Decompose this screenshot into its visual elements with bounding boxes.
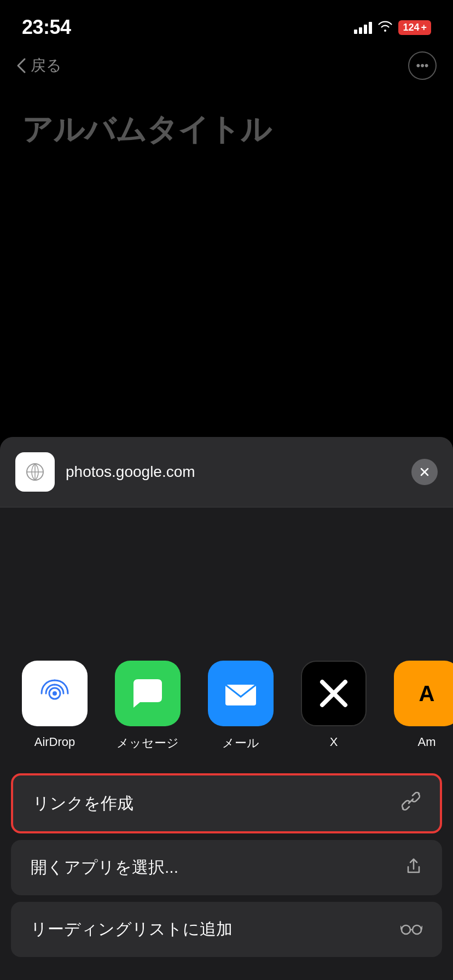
svg-line-13 bbox=[400, 926, 402, 930]
close-button[interactable] bbox=[411, 459, 438, 485]
reading-list-label: リーディングリストに追加 bbox=[31, 918, 233, 941]
messages-label: メッセージ bbox=[117, 735, 179, 751]
app-item-airdrop[interactable]: AirDrop bbox=[16, 661, 93, 751]
status-time: 23:54 bbox=[22, 16, 71, 39]
nav-bar: 戻る ••• bbox=[0, 44, 453, 88]
app-item-messages[interactable]: メッセージ bbox=[109, 661, 186, 751]
amazon-icon: A bbox=[394, 661, 453, 726]
messages-icon bbox=[115, 661, 181, 726]
back-button[interactable]: 戻る bbox=[16, 55, 62, 76]
app-item-mail[interactable]: メール bbox=[202, 661, 279, 751]
svg-point-11 bbox=[413, 925, 421, 934]
preview-area bbox=[0, 508, 453, 639]
x-label: X bbox=[330, 735, 338, 749]
link-icon bbox=[402, 792, 420, 815]
album-title: アルバムタイトル bbox=[22, 109, 271, 151]
svg-point-6 bbox=[53, 691, 57, 696]
wifi-icon bbox=[378, 20, 393, 35]
svg-line-14 bbox=[421, 926, 422, 930]
share-sheet: photos.google.com bbox=[0, 437, 453, 980]
mail-icon bbox=[208, 661, 274, 726]
back-label: 戻る bbox=[31, 55, 62, 76]
apps-scroll[interactable]: AirDrop メッセージ メール bbox=[0, 661, 453, 751]
battery-indicator: 124 + bbox=[398, 20, 431, 35]
apps-area: AirDrop メッセージ メール bbox=[0, 639, 453, 762]
bottom-padding bbox=[0, 964, 453, 980]
signal-icon bbox=[354, 21, 372, 34]
create-link-button[interactable]: リンクを作成 bbox=[11, 773, 442, 833]
open-app-button[interactable]: 開くアプリを選択... bbox=[11, 840, 442, 895]
app-item-x[interactable]: X bbox=[295, 661, 372, 751]
x-icon bbox=[301, 661, 367, 726]
reading-list-button[interactable]: リーディングリストに追加 bbox=[11, 902, 442, 957]
airdrop-icon bbox=[22, 661, 88, 726]
url-row: photos.google.com bbox=[0, 437, 453, 508]
open-app-label: 開くアプリを選択... bbox=[31, 856, 178, 879]
create-link-label: リンクを作成 bbox=[33, 792, 133, 815]
app-item-amazon[interactable]: A Am bbox=[388, 661, 453, 751]
glasses-icon bbox=[400, 919, 422, 940]
url-text: photos.google.com bbox=[66, 463, 400, 481]
status-bar: 23:54 124 + bbox=[0, 0, 453, 44]
svg-point-10 bbox=[402, 925, 410, 934]
more-button[interactable]: ••• bbox=[408, 51, 437, 80]
share-icon bbox=[405, 857, 422, 879]
status-icons: 124 + bbox=[354, 20, 431, 35]
airdrop-label: AirDrop bbox=[34, 735, 76, 749]
more-icon: ••• bbox=[416, 59, 428, 73]
site-icon bbox=[15, 452, 55, 492]
mail-label: メール bbox=[222, 735, 259, 751]
amazon-label: Am bbox=[418, 735, 436, 749]
